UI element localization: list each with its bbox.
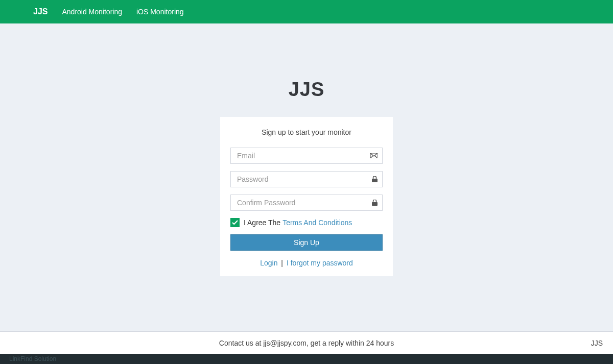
email-group (230, 148, 383, 164)
links-row: Login | I forgot my password (230, 259, 383, 267)
main-content: JJS Sign up to start your monitor (0, 23, 613, 331)
bottom-bar: LinkFind Solution (0, 354, 613, 364)
bottom-bar-text: LinkFind Solution (9, 355, 56, 362)
password-group (230, 171, 383, 187)
lock-icon (372, 200, 378, 206)
password-input[interactable] (230, 171, 383, 187)
login-link[interactable]: Login (260, 259, 277, 267)
agree-label: I Agree The (244, 219, 280, 227)
agree-row: I Agree The Terms And Conditions (230, 218, 383, 227)
nav-link-ios[interactable]: iOS Monitoring (136, 8, 184, 16)
agree-checkbox[interactable] (230, 218, 240, 227)
terms-link[interactable]: Terms And Conditions (282, 219, 352, 227)
envelope-icon (370, 153, 378, 158)
svg-rect-0 (372, 179, 378, 182)
email-input[interactable] (230, 148, 383, 164)
navbar: JJS Android Monitoring iOS Monitoring (0, 0, 613, 23)
card-subtitle: Sign up to start your monitor (230, 128, 383, 136)
navbar-brand[interactable]: JJS (33, 7, 48, 16)
footer: Contact us at jjs@jjspy.com, get a reply… (0, 331, 613, 354)
signup-button[interactable]: Sign Up (230, 234, 383, 251)
confirm-password-group (230, 195, 383, 211)
forgot-password-link[interactable]: I forgot my password (287, 259, 353, 267)
page-logo: JJS (289, 79, 325, 101)
footer-contact: Contact us at jjs@jjspy.com, get a reply… (219, 339, 394, 347)
footer-brand: JJS (591, 339, 603, 347)
svg-rect-1 (372, 202, 378, 206)
separator: | (281, 259, 283, 267)
signup-card: Sign up to start your monitor (220, 117, 393, 276)
lock-icon (372, 176, 378, 182)
nav-link-android[interactable]: Android Monitoring (62, 8, 122, 16)
confirm-password-input[interactable] (230, 195, 383, 211)
